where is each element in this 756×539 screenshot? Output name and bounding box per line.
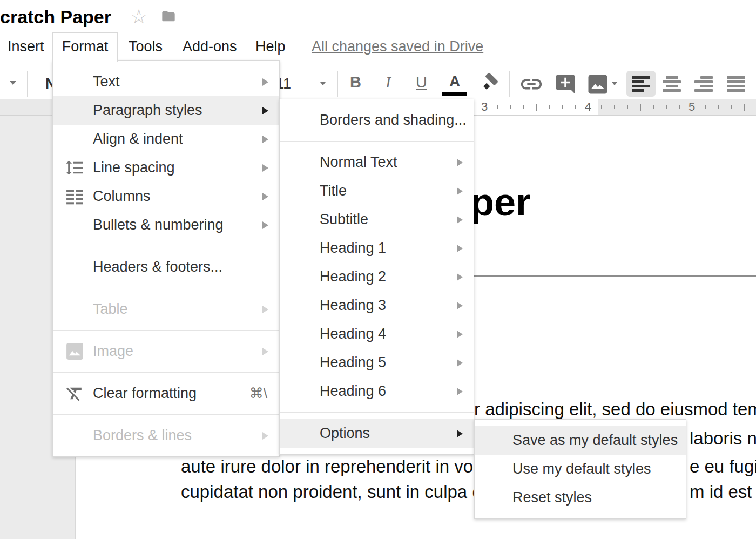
paragraph-styles-item-normal-text[interactable]: Normal Text [280, 148, 474, 177]
document-text-line[interactable]: e eu fugiat [690, 456, 756, 477]
submenu-arrow-icon [262, 221, 268, 229]
submenu-arrow-icon [457, 187, 463, 195]
text-color-swatch [442, 92, 467, 96]
align-left-icon [632, 76, 650, 92]
paragraph-styles-menu: Borders and shading... Normal Text Title… [279, 99, 474, 455]
paragraph-styles-item-options[interactable]: Options [280, 419, 474, 448]
format-menu-item-paragraph-styles[interactable]: Paragraph styles [53, 96, 279, 125]
submenu-arrow-icon [457, 302, 463, 309]
paragraph-styles-item-heading-3[interactable]: Heading 3 [280, 291, 474, 320]
submenu-arrow-icon [262, 348, 268, 355]
submenu-arrow-icon [262, 432, 268, 440]
submenu-arrow-icon [457, 245, 463, 252]
format-menu-item-table: Table [53, 295, 279, 324]
clear-formatting-icon [65, 383, 85, 403]
line-spacing-icon [65, 158, 85, 178]
document-text-line[interactable]: m id est lab [690, 481, 756, 503]
toolbar-overflow-caret-icon[interactable] [10, 81, 16, 85]
submenu-arrow-icon [262, 193, 268, 200]
format-menu-item-align-indent[interactable]: Align & indent [53, 125, 279, 153]
align-center-button[interactable] [657, 71, 686, 97]
text-color-button[interactable]: A [442, 71, 468, 96]
paragraph-styles-item-heading-1[interactable]: Heading 1 [280, 234, 474, 262]
format-menu-item-borders-lines: Borders & lines [53, 421, 279, 450]
add-comment-button[interactable] [554, 73, 577, 96]
format-menu-item-line-spacing[interactable]: Line spacing [53, 153, 279, 182]
image-options-caret-icon[interactable] [612, 82, 617, 85]
document-text-line[interactable]: laboris nis [690, 428, 756, 449]
format-menu-item-text[interactable]: Text [53, 68, 279, 96]
paragraph-styles-item-borders-shading[interactable]: Borders and shading... [280, 106, 474, 134]
menu-separator [280, 134, 474, 148]
document-text-line[interactable]: r adipiscing elit, sed do eiusmod temp [474, 399, 756, 420]
paragraph-styles-item-heading-4[interactable]: Heading 4 [280, 320, 474, 348]
submenu-arrow-icon [457, 388, 463, 395]
toolbar-divider [338, 71, 338, 97]
paragraph-styles-item-title[interactable]: Title [280, 177, 474, 205]
options-item-save-default-styles[interactable]: Save as my default styles [475, 426, 686, 455]
menu-separator [53, 366, 279, 379]
format-menu-item-columns[interactable]: Columns [53, 182, 279, 211]
submenu-arrow-icon [262, 107, 268, 114]
menu-separator [53, 324, 279, 337]
options-menu: Save as my default styles Use my default… [474, 419, 686, 519]
bold-button[interactable]: B [350, 73, 361, 91]
paragraph-styles-item-heading-6[interactable]: Heading 6 [280, 377, 474, 406]
menu-separator [53, 408, 279, 421]
google-docs-window: per r adipiscing elit, sed do eiusmod te… [0, 0, 756, 539]
folder-icon[interactable] [160, 9, 177, 24]
submenu-arrow-icon [262, 78, 268, 86]
toolbar-divider [509, 71, 510, 97]
document-heading-fragment[interactable]: per [470, 180, 531, 224]
paragraph-styles-item-heading-2[interactable]: Heading 2 [280, 262, 474, 291]
menubar-item-format[interactable]: Format [52, 32, 118, 62]
menubar-item-tools[interactable]: Tools [129, 38, 163, 55]
format-menu-item-image: Image [53, 337, 279, 366]
text-color-letter: A [442, 71, 468, 92]
toolbar-divider [27, 71, 28, 97]
submenu-arrow-icon [457, 359, 463, 367]
underline-button[interactable]: U [416, 73, 427, 91]
document-text-line[interactable]: cupidatat non proident, sunt in culpa qu [181, 481, 492, 503]
menu-separator [280, 406, 474, 419]
align-justify-button[interactable] [721, 71, 751, 97]
menu-separator [53, 239, 279, 253]
align-right-button[interactable] [689, 71, 718, 97]
align-justify-icon [727, 76, 745, 92]
submenu-arrow-icon [457, 159, 463, 166]
format-menu-item-bullets-numbering[interactable]: Bullets & numbering [53, 211, 279, 239]
options-item-reset-styles[interactable]: Reset styles [475, 483, 686, 512]
format-menu-item-headers-footers[interactable]: Headers & footers... [53, 253, 279, 281]
star-icon[interactable]: ☆ [130, 5, 147, 28]
format-menu-item-clear-formatting[interactable]: Clear formatting ⌘\ [53, 379, 279, 408]
document-text-line[interactable]: aute irure dolor in reprehenderit in vol… [181, 456, 487, 477]
document-title[interactable]: cratch Paper [0, 6, 111, 28]
options-item-use-default-styles[interactable]: Use my default styles [475, 455, 686, 483]
highlight-color-button[interactable] [478, 72, 501, 95]
paragraph-styles-item-heading-5[interactable]: Heading 5 [280, 348, 474, 377]
submenu-arrow-icon [457, 331, 463, 338]
italic-button[interactable]: I [386, 73, 391, 91]
submenu-arrow-icon [262, 136, 268, 143]
save-status[interactable]: All changes saved in Drive [312, 38, 483, 55]
menubar-item-help[interactable]: Help [255, 38, 286, 55]
submenu-arrow-icon [262, 164, 268, 172]
insert-link-button[interactable] [519, 72, 544, 97]
submenu-arrow-icon [457, 430, 463, 437]
align-right-icon [694, 76, 713, 92]
image-icon [65, 341, 85, 361]
submenu-arrow-icon [457, 273, 463, 281]
paragraph-styles-item-subtitle[interactable]: Subtitle [280, 205, 474, 234]
font-size-caret-icon[interactable] [320, 82, 326, 85]
menubar-item-addons[interactable]: Add-ons [183, 38, 237, 55]
align-center-icon [663, 76, 681, 92]
submenu-arrow-icon [262, 306, 268, 313]
align-left-button[interactable] [626, 71, 656, 97]
format-menu: Text Paragraph styles Align & indent Lin… [52, 60, 280, 457]
columns-icon [65, 186, 85, 206]
menu-separator [53, 281, 279, 295]
insert-image-button[interactable] [586, 73, 609, 96]
shortcut-label: ⌘\ [249, 379, 267, 408]
submenu-arrow-icon [457, 216, 463, 224]
menubar-item-insert[interactable]: Insert [8, 38, 44, 55]
